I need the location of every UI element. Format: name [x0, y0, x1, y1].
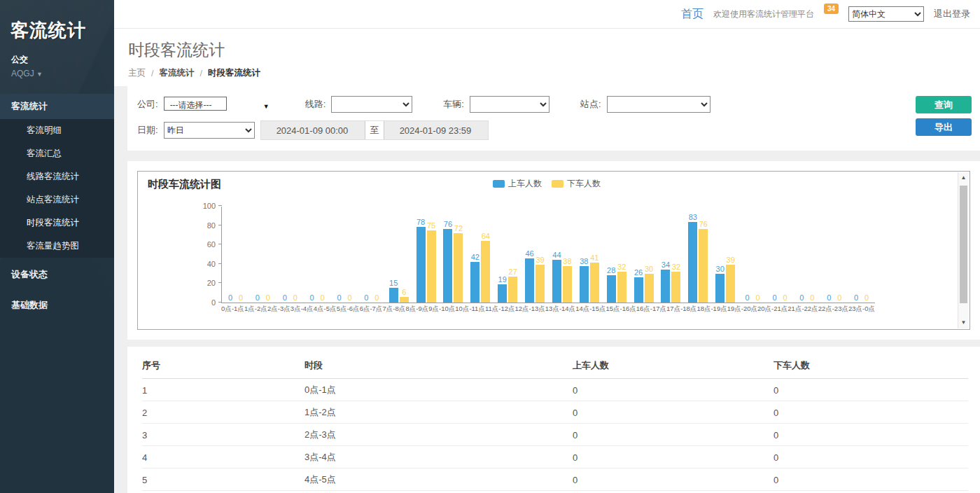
notification-badge[interactable]: 34 — [824, 4, 839, 14]
logout-link[interactable]: 退出登录 — [934, 8, 970, 20]
bar — [427, 230, 436, 303]
bar-value-label: 83 — [689, 213, 697, 221]
chart-scrollbar[interactable]: ▲ ▼ — [958, 172, 969, 328]
scrollbar-thumb[interactable] — [960, 186, 967, 303]
legend-item-1[interactable]: 下车人数 — [552, 178, 601, 190]
sidebar-item-8[interactable]: 基础数据 — [0, 291, 114, 319]
bar-column: 0 — [372, 293, 382, 303]
sidebar-item-5[interactable]: 时段客流统计 — [0, 211, 114, 235]
vehicle-select[interactable] — [470, 96, 550, 113]
sidebar-item-6[interactable]: 客流量趋势图 — [0, 235, 114, 258]
query-button[interactable]: 查询 — [916, 96, 972, 113]
bar-column: 39 — [536, 256, 545, 303]
bar — [617, 272, 626, 303]
x-axis-label-20: 20点-21点 — [757, 305, 788, 314]
table-cell: 3点-4点 — [304, 446, 573, 468]
scroll-up-icon[interactable]: ▲ — [958, 172, 969, 183]
bar-column: 64 — [481, 232, 490, 303]
bar-column: 32 — [671, 263, 680, 303]
bar-group-7: 7875 — [412, 207, 440, 303]
x-axis-label-13: 13点-14点 — [545, 305, 575, 314]
bar-column: 0 — [862, 293, 872, 303]
bar-column: 30 — [715, 265, 724, 303]
bar-group-10: 1927 — [494, 207, 522, 303]
app-brand: 客流统计 — [0, 0, 114, 43]
sidebar-item-0[interactable]: 客流统计 — [0, 94, 114, 119]
content: 公司: ---请选择--- ▼ 线路: 车辆: 站点: 日期: 昨日 — [114, 86, 980, 493]
bar-group-12: 4438 — [549, 207, 576, 303]
bar-value-label: 0 — [364, 293, 368, 302]
sidebar-item-3[interactable]: 线路客流统计 — [0, 165, 114, 188]
sidebar-item-2[interactable]: 客流汇总 — [0, 142, 114, 165]
bar-group-8: 7672 — [440, 207, 467, 303]
table-row: 43点-4点00 — [142, 446, 968, 468]
bar — [389, 288, 398, 303]
sidebar-item-1[interactable]: 客流明细 — [0, 119, 114, 142]
bar-value-label: 0 — [310, 293, 314, 302]
date-preset-select[interactable]: 昨日 — [164, 122, 255, 139]
bar-value-label: 44 — [552, 251, 561, 259]
bar-column: 0 — [263, 293, 272, 303]
bar-value-label: 72 — [454, 224, 463, 232]
bar-column: 78 — [416, 218, 426, 303]
language-select[interactable]: 简体中文 — [848, 6, 924, 22]
y-axis-tick: 80 — [207, 221, 216, 230]
date-from-input[interactable] — [261, 121, 365, 139]
y-axis-tick-mark — [218, 205, 222, 206]
bar-column: 83 — [688, 213, 697, 303]
sidebar-item-7[interactable]: 设备状态 — [0, 261, 114, 289]
sidebar: 客流统计 公交 AQGJ ▼ 客流统计客流明细客流汇总线路客流统计站点客流统计时… — [0, 0, 114, 493]
x-axis-label-16: 16点-17点 — [636, 305, 666, 314]
date-to-input[interactable] — [384, 121, 488, 139]
bar-value-label: 0 — [347, 293, 351, 302]
bar — [508, 277, 517, 303]
bar-column: 0 — [290, 293, 300, 303]
bar-value-label: 0 — [374, 293, 379, 302]
bar-column: 0 — [345, 293, 354, 303]
dropdown-arrow-icon: ▼ — [263, 103, 270, 110]
org-code-dropdown[interactable]: AQGJ ▼ — [0, 66, 114, 78]
sidebar-item-4[interactable]: 站点客流统计 — [0, 188, 114, 211]
legend-item-0[interactable]: 上车人数 — [493, 178, 542, 190]
bar-group-3: 00 — [304, 207, 331, 303]
company-select[interactable]: ---请选择--- ▼ — [164, 98, 274, 111]
bar-value-label: 0 — [266, 293, 270, 302]
org-code-label: AQGJ — [11, 69, 34, 78]
bar — [580, 266, 589, 303]
bar-group-14: 2832 — [603, 207, 630, 303]
bar-column: 15 — [389, 279, 398, 303]
export-button[interactable]: 导出 — [916, 118, 972, 136]
table-cell: 2 — [142, 401, 304, 424]
bar-column: 28 — [607, 266, 616, 303]
bar-group-23: 00 — [848, 207, 875, 303]
y-axis-tick: 40 — [207, 260, 216, 268]
date-range: 至 — [260, 120, 489, 140]
bar-value-label: 30 — [716, 265, 724, 273]
bar-column: 0 — [808, 293, 817, 303]
bar — [536, 265, 545, 303]
bar-value-label: 46 — [525, 249, 533, 258]
bar-value-label: 6 — [402, 288, 406, 296]
breadcrumb-item-0[interactable]: 主页 — [128, 67, 146, 79]
home-link[interactable]: 首页 — [681, 7, 704, 22]
breadcrumb-item-2: 时段客流统计 — [208, 67, 260, 79]
page-title: 时段客流统计 — [128, 39, 966, 61]
table-cell: 0 — [573, 401, 774, 424]
welcome-text: 欢迎使用客流统计管理平台 — [713, 8, 814, 20]
breadcrumb-item-1[interactable]: 客流统计 — [159, 67, 194, 79]
station-select[interactable] — [607, 96, 710, 113]
bar-column: 42 — [470, 253, 479, 303]
table-cell: 0 — [573, 379, 774, 401]
bar-column: 34 — [661, 261, 670, 303]
line-select[interactable] — [331, 96, 412, 113]
x-axis-label-7: 7点-8点 — [382, 305, 405, 314]
bar-value-label: 0 — [772, 293, 776, 302]
x-axis-label-22: 22点-23点 — [818, 305, 848, 314]
filter-row-2: 日期: 昨日 至 — [137, 120, 903, 140]
x-axis-label-9: 9点-10点 — [428, 305, 455, 314]
bar-column: 39 — [726, 256, 735, 303]
bar — [470, 262, 479, 303]
scroll-down-icon[interactable]: ▼ — [958, 317, 969, 328]
bar — [590, 263, 599, 303]
topbar: 首页 欢迎使用客流统计管理平台 34 简体中文 退出登录 — [114, 0, 980, 29]
